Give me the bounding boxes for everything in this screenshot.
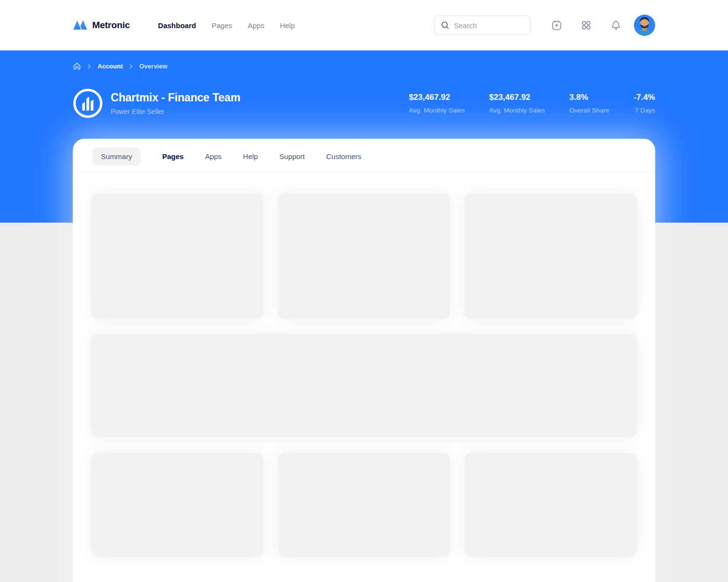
- user-avatar[interactable]: [634, 15, 655, 36]
- home-icon[interactable]: [73, 62, 81, 70]
- tab-apps[interactable]: Apps: [205, 147, 221, 165]
- main-nav: Dashboard Pages Apps Help: [158, 21, 295, 30]
- placeholder-card: [91, 194, 264, 319]
- tab-pages[interactable]: Pages: [162, 147, 183, 165]
- tab-help[interactable]: Help: [243, 147, 258, 165]
- search-input[interactable]: [454, 21, 524, 30]
- magnifier-icon: [441, 21, 449, 30]
- chevron-right-icon: [128, 64, 134, 69]
- account-overview-card: Summary Pages Apps Help Support Customer…: [73, 139, 655, 582]
- stat-overall-share: 3.8% Overall Share: [569, 93, 610, 114]
- calendar-add-icon: [551, 19, 563, 31]
- search-box[interactable]: [434, 16, 530, 35]
- stat-label: Avg. Monthly Sales: [409, 107, 464, 114]
- apps-grid-icon: [580, 19, 592, 31]
- breadcrumb-account[interactable]: Account: [98, 63, 123, 70]
- metronic-logo-icon: [73, 20, 87, 31]
- top-header: Metronic Dashboard Pages Apps Help: [0, 0, 728, 50]
- stat-7-days: -7.4% 7 Days: [634, 93, 655, 114]
- account-title: Chartmix - Finance Team: [111, 91, 240, 104]
- notifications-bell-icon: [610, 19, 622, 31]
- stat-label: Overall Share: [569, 107, 610, 114]
- tab-customers[interactable]: Customers: [326, 147, 362, 165]
- placeholder-card: [278, 453, 450, 557]
- chevron-right-icon: [86, 64, 92, 69]
- metronic-logo[interactable]: Metronic: [73, 20, 130, 31]
- stat-value: 3.8%: [569, 93, 610, 102]
- card-tabs: Summary Pages Apps Help Support Customer…: [73, 139, 655, 172]
- stat-avg-monthly-sales-1: $23,467.92 Avg. Monthly Sales: [409, 93, 464, 114]
- stat-value: -7.4%: [634, 93, 655, 102]
- placeholder-card: [278, 194, 450, 319]
- nav-item-help[interactable]: Help: [280, 21, 295, 30]
- brand-name: Metronic: [92, 20, 130, 31]
- placeholder-card: [91, 453, 264, 557]
- placeholder-card: [464, 194, 637, 319]
- account-subtitle: Power Elite Seller: [111, 108, 240, 115]
- stat-label: 7 Days: [634, 107, 655, 114]
- stat-label: Avg. Monthly Sales: [489, 107, 545, 114]
- account-stats: $23,467.92 Avg. Monthly Sales $23,467.92…: [409, 93, 655, 114]
- placeholder-card-wide: [91, 334, 637, 437]
- nav-item-apps[interactable]: Apps: [248, 21, 264, 30]
- notifications-button[interactable]: [610, 19, 622, 31]
- stat-value: $23,467.92: [489, 93, 545, 102]
- calendar-add-button[interactable]: [551, 19, 563, 31]
- stat-value: $23,467.92: [409, 93, 464, 102]
- breadcrumb: Account Overview: [73, 62, 655, 70]
- card-content: [73, 172, 655, 576]
- nav-item-dashboard[interactable]: Dashboard: [158, 21, 196, 30]
- stat-avg-monthly-sales-2: $23,467.92 Avg. Monthly Sales: [489, 93, 545, 114]
- apps-grid-button[interactable]: [580, 19, 592, 31]
- tab-summary[interactable]: Summary: [92, 147, 141, 165]
- tab-support[interactable]: Support: [279, 147, 305, 165]
- placeholder-card: [464, 453, 637, 557]
- nav-item-pages[interactable]: Pages: [212, 21, 232, 30]
- breadcrumb-overview[interactable]: Overview: [139, 63, 167, 70]
- bar-chart-circle-icon: [73, 88, 103, 118]
